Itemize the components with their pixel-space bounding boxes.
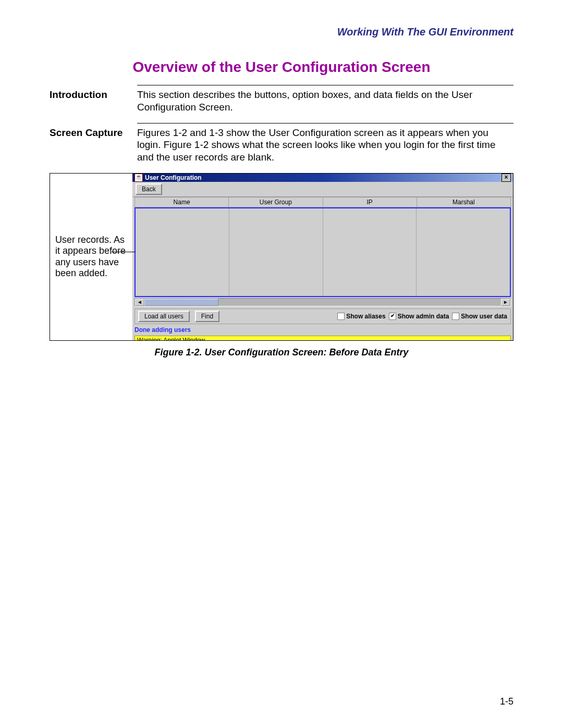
callout-text: User records. As it appears before any u… <box>55 235 129 279</box>
status-line: Done adding users <box>134 326 511 334</box>
close-button[interactable]: × <box>501 174 511 182</box>
toolbar: Back <box>132 182 513 197</box>
column-header-name[interactable]: Name <box>135 198 229 207</box>
checkbox-label: Show user data <box>461 313 507 320</box>
figure-callout: User records. As it appears before any u… <box>50 174 132 340</box>
column-headers: Name User Group IP Marshal <box>134 197 511 207</box>
figure-1-2: User records. As it appears before any u… <box>50 173 513 341</box>
show-admin-data-checkbox[interactable]: ✔ Show admin data <box>389 313 449 320</box>
user-configuration-window: ☕ User Configuration × Back Name User Gr… <box>132 174 513 340</box>
back-button[interactable]: Back <box>136 183 162 195</box>
window-title: User Configuration <box>145 174 501 181</box>
show-user-data-checkbox[interactable]: Show user data <box>452 313 507 320</box>
checkbox-label: Show admin data <box>398 313 449 320</box>
horizontal-scrollbar[interactable]: ◄ ► <box>134 298 511 306</box>
scroll-left-arrow-icon[interactable]: ◄ <box>135 299 144 306</box>
running-header: Working With The GUI Environment <box>50 26 513 38</box>
section-screen-capture: Screen Capture Figures 1-2 and 1-3 show … <box>50 123 513 164</box>
table-body-empty <box>134 207 511 297</box>
column-header-usergroup[interactable]: User Group <box>229 198 323 207</box>
screen-capture-body: Figures 1-2 and 1-3 show the User Config… <box>137 127 513 164</box>
section-introduction: Introduction This section describes the … <box>50 85 513 114</box>
checkbox-label: Show aliases <box>346 313 385 320</box>
find-button[interactable]: Find <box>195 311 219 322</box>
introduction-body: This section describes the buttons, opti… <box>137 89 513 114</box>
callout-leader-line <box>112 252 136 252</box>
scroll-right-arrow-icon[interactable]: ► <box>501 299 510 306</box>
column-header-ip[interactable]: IP <box>323 198 417 207</box>
title-bar: ☕ User Configuration × <box>132 174 513 182</box>
load-all-users-button[interactable]: Load all users <box>138 311 190 322</box>
user-table: Name User Group IP Marshal <box>134 197 511 297</box>
introduction-label: Introduction <box>50 89 137 101</box>
checkbox-box <box>337 313 345 320</box>
applet-warning: Warning: Applet Window <box>134 336 511 341</box>
bottom-toolbar: Load all users Find Show aliases ✔ Show … <box>134 309 511 324</box>
column-header-marshal[interactable]: Marshal <box>417 198 510 207</box>
scrollbar-thumb[interactable] <box>144 299 218 306</box>
page-number: 1-5 <box>500 696 513 707</box>
scrollbar-track[interactable] <box>218 299 501 306</box>
app-icon: ☕ <box>134 174 143 182</box>
screen-capture-label: Screen Capture <box>50 127 137 139</box>
checkbox-box <box>452 313 459 320</box>
checkbox-box: ✔ <box>389 313 396 320</box>
page-title: Overview of the User Configuration Scree… <box>50 59 513 76</box>
show-aliases-checkbox[interactable]: Show aliases <box>337 313 385 320</box>
figure-caption: Figure 1-2. User Configuration Screen: B… <box>50 347 513 358</box>
